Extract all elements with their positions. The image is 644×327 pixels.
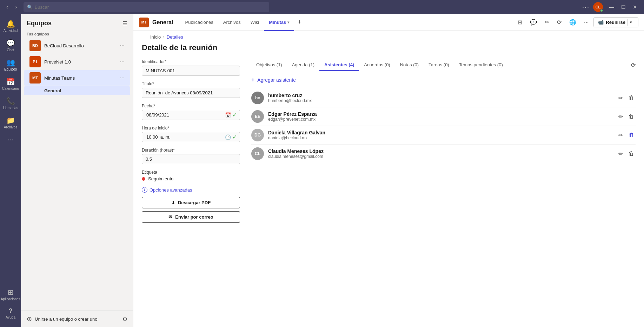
sidebar-item-more[interactable]: ··· (1, 133, 20, 147)
breadcrumb-current[interactable]: Detalles (167, 34, 183, 40)
edit-attendee-hc[interactable]: ✏ (617, 93, 624, 103)
channel-tabs: Publicaciones Archivos Wiki Minutas ▾ + (180, 14, 305, 31)
close-button[interactable]: ✕ (630, 4, 640, 11)
team-item-becloud[interactable]: BD BeCloud Desarrollo ··· (24, 38, 130, 53)
tab-minutas[interactable]: Minutas ▾ (264, 14, 294, 31)
delete-attendee-dg[interactable]: 🗑 (627, 131, 636, 140)
team-more-becloud[interactable]: ··· (120, 42, 125, 49)
fecha-input[interactable] (145, 110, 224, 120)
tab-publicaciones[interactable]: Publicaciones (180, 14, 218, 31)
status-indicator (600, 9, 603, 12)
delete-attendee-ee[interactable]: 🗑 (627, 112, 636, 121)
opciones-avanzadas-link[interactable]: i Opciones avanzadas (142, 187, 240, 193)
tab-tareas[interactable]: Tareas (0) (424, 59, 454, 71)
tab-asistentes[interactable]: Asistentes (4) (319, 59, 359, 71)
attendee-row-cl: CL Claudia Meneses López claudia.meneses… (251, 145, 636, 163)
team-item-prevenet[interactable]: P1 PreveNet 1.0 ··· (24, 54, 130, 69)
plus-icon: + (251, 77, 254, 83)
form-group-titulo: Título* (142, 81, 240, 98)
sidebar-bottom: ⊞ Aplicaciones ? Ayuda (1, 285, 20, 327)
enviar-correo-button[interactable]: ✉ Enviar por correo (142, 211, 240, 223)
tab-dropdown-arrow[interactable]: ▾ (287, 20, 289, 24)
video-icon: 📹 (598, 20, 604, 25)
duracion-input[interactable] (142, 154, 240, 164)
add-tab-button[interactable]: + (294, 14, 305, 31)
user-avatar[interactable]: CL (593, 2, 603, 12)
channel-item-general[interactable]: General (24, 86, 130, 95)
fecha-label: Fecha* (142, 104, 240, 108)
nav-forward-button[interactable]: › (13, 3, 19, 11)
team-more-prevenet[interactable]: ··· (120, 59, 125, 65)
tab-notas[interactable]: Notas (0) (395, 59, 424, 71)
form-group-fecha: Fecha* 📅 ✓ (142, 104, 240, 120)
more-action-button[interactable]: ··· (581, 18, 591, 27)
edit-attendee-cl[interactable]: ✏ (617, 149, 624, 159)
sidebar-item-actividad[interactable]: 🔔 Actividad (1, 17, 20, 35)
more-options-button[interactable]: ··· (582, 4, 590, 11)
fecha-field[interactable]: 📅 ✓ (142, 110, 240, 120)
search-bar[interactable]: 🔍 (24, 2, 269, 12)
fecha-check-icon: ✓ (232, 112, 237, 118)
sidebar-item-ayuda[interactable]: ? Ayuda (1, 305, 20, 322)
search-input[interactable] (35, 5, 266, 10)
sidebar-item-calendario[interactable]: 📅 Calendario (1, 75, 20, 93)
settings-icon[interactable]: ⚙ (122, 316, 127, 322)
delete-attendee-cl[interactable]: 🗑 (627, 149, 636, 158)
chat-action-button[interactable]: 💬 (527, 18, 540, 27)
attendee-info-ee: Edgar Pérez Esparza edgar@prevenet.com.m… (268, 111, 617, 122)
globe-action-button[interactable]: 🌐 (566, 18, 579, 27)
teams-panel-footer[interactable]: ⊕ Unirse a un equipo o crear uno ⚙ (21, 311, 133, 327)
refresh-action-button[interactable]: ⟳ (554, 18, 564, 27)
help-icon: ? (9, 307, 13, 315)
reunirse-button[interactable]: 📹 Reunirse ▾ (593, 17, 638, 27)
sidebar-item-llamadas[interactable]: 📞 Llamadas (1, 94, 20, 113)
titulo-input[interactable] (142, 88, 240, 98)
tab-archivos[interactable]: Archivos (218, 14, 246, 31)
add-attendee-button[interactable]: + Agregar asistente (251, 77, 636, 83)
refresh-attendees-button[interactable]: ⟳ (631, 62, 636, 68)
form-section: Identificador* Título* Fecha* 📅 ✓ (142, 59, 240, 319)
edit-attendee-dg[interactable]: ✏ (617, 131, 624, 140)
tab-wiki[interactable]: Wiki (246, 14, 264, 31)
sidebar: 🔔 Actividad 💬 Chat 👥 Equipos 📅 Calendari… (0, 14, 21, 327)
title-bar: ‹ › 🔍 ··· CL — ☐ ✕ (0, 0, 644, 14)
reunirse-dropdown-arrow[interactable]: ▾ (628, 19, 634, 26)
identificador-input[interactable] (142, 66, 240, 76)
tab-temas[interactable]: Temas pendientes (0) (454, 59, 508, 71)
team-avatar-prevenet: P1 (29, 56, 41, 67)
grid-view-button[interactable]: ⊞ (515, 18, 525, 27)
team-more-minutas[interactable]: ··· (120, 75, 125, 81)
minimize-button[interactable]: — (606, 4, 617, 11)
hora-input[interactable] (145, 132, 224, 142)
sidebar-item-chat[interactable]: 💬 Chat (1, 36, 20, 55)
attendee-avatar-ee: EE (251, 110, 264, 123)
team-item-minutas[interactable]: MT Minutas Teams ··· (24, 70, 130, 86)
delete-attendee-hc[interactable]: 🗑 (627, 93, 636, 102)
tab-agenda[interactable]: Agenda (1) (287, 59, 319, 71)
filter-button[interactable]: ☰ (122, 20, 127, 27)
edit-action-button[interactable]: ✏ (542, 18, 552, 27)
descargar-pdf-button[interactable]: ⬇ Descargar PDF (142, 197, 240, 208)
maximize-button[interactable]: ☐ (618, 4, 629, 11)
search-icon: 🔍 (27, 5, 33, 10)
sidebar-item-equipos[interactable]: 👥 Equipos (1, 55, 20, 74)
breadcrumb-inicio[interactable]: Inicio (150, 34, 161, 40)
attendee-actions-ee: ✏ 🗑 (617, 112, 636, 121)
detail-layout: Identificador* Título* Fecha* 📅 ✓ (142, 59, 636, 319)
calendar-icon: 📅 (6, 78, 15, 86)
team-name-prevenet: PreveNet 1.0 (44, 59, 120, 65)
sidebar-item-aplicaciones[interactable]: ⊞ Aplicaciones (1, 285, 20, 304)
etiqueta-dot (142, 177, 145, 181)
edit-attendee-ee[interactable]: ✏ (617, 112, 624, 121)
sidebar-item-archivos[interactable]: 📁 Archivos (1, 113, 20, 132)
hora-field[interactable]: 🕐 ✓ (142, 132, 240, 142)
attendee-row-ee: EE Edgar Pérez Esparza edgar@prevenet.co… (251, 107, 636, 126)
teams-section-label: Tus equipos (21, 30, 133, 38)
teams-panel: Equipos ☰ Tus equipos BD BeCloud Desarro… (21, 14, 133, 327)
main-layout: 🔔 Actividad 💬 Chat 👥 Equipos 📅 Calendari… (0, 14, 644, 327)
tab-acuerdos[interactable]: Acuerdos (0) (359, 59, 395, 71)
page-title: Detalle de la reunión (142, 43, 636, 52)
clock-icon: 🕐 (225, 134, 231, 140)
nav-back-button[interactable]: ‹ (4, 3, 10, 11)
tab-objetivos[interactable]: Objetivos (1) (251, 59, 287, 71)
